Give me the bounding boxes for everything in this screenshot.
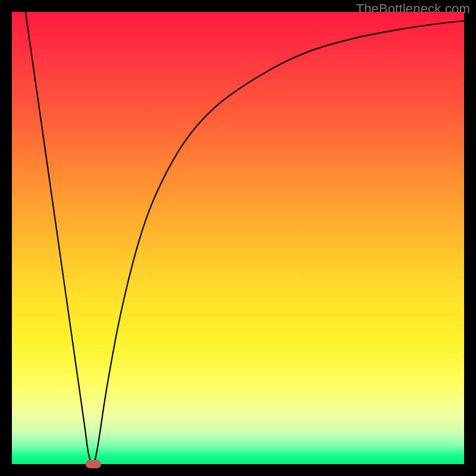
bottleneck-curve (12, 12, 464, 464)
plot-area (12, 12, 464, 464)
chart-frame: TheBottleneck.com (0, 0, 476, 476)
optimal-point-marker (86, 460, 101, 468)
